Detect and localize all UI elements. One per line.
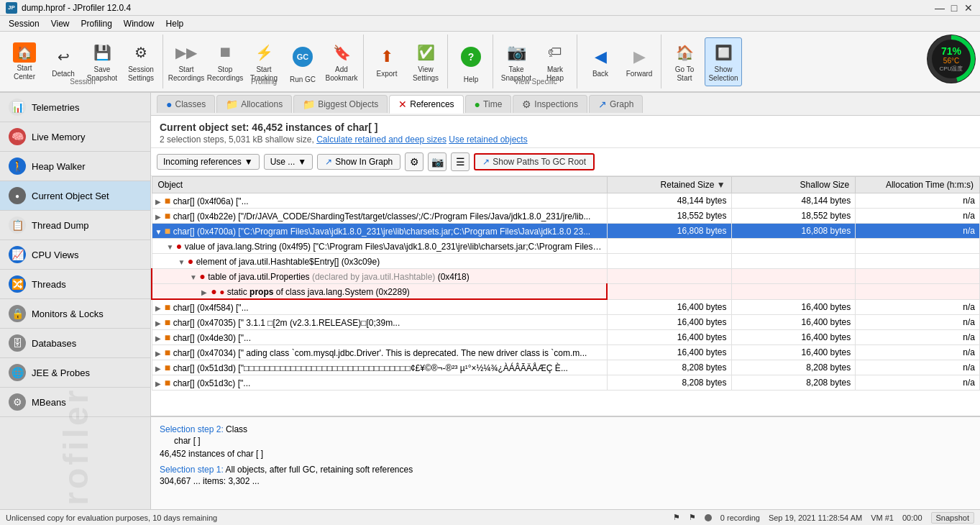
row-alloc: n/a bbox=[856, 375, 980, 391]
table-row[interactable]: ▼ ● table of java.util.Properties (decla… bbox=[152, 269, 980, 284]
minimize-button[interactable]: — bbox=[934, 2, 945, 14]
settings-icon-button[interactable]: ⚙ bbox=[405, 152, 423, 171]
tab-allocations[interactable]: 📁 Allocations bbox=[216, 95, 292, 113]
view-settings-icon: ✅ bbox=[414, 41, 437, 64]
start-center-button[interactable]: 🏠 StartCenter bbox=[6, 37, 43, 86]
menu-window[interactable]: Window bbox=[118, 17, 160, 30]
sidebar-item-databases[interactable]: 🗄 Databases bbox=[0, 329, 150, 358]
table-row[interactable]: ▼ ● value of java.lang.String (0x4f95) [… bbox=[152, 239, 980, 254]
sidebar-item-cpu-views[interactable]: 📈 CPU Views bbox=[0, 240, 150, 270]
filter-icon-button[interactable]: ☰ bbox=[451, 152, 470, 171]
expand-arrow[interactable]: ▶ bbox=[155, 319, 162, 327]
table-row[interactable]: ▼ ● element of java.util.Hashtable$Entry… bbox=[152, 254, 980, 269]
menu-help[interactable]: Help bbox=[160, 17, 190, 30]
status-flag2[interactable]: ⚑ bbox=[689, 513, 696, 522]
row-alloc: n/a bbox=[856, 299, 980, 315]
calculate-retained-link[interactable]: Calculate retained and deep sizes bbox=[316, 134, 447, 145]
menu-profiling[interactable]: Profiling bbox=[75, 17, 118, 30]
tab-time[interactable]: ● Time bbox=[465, 95, 512, 113]
expand-arrow[interactable]: ▶ bbox=[201, 288, 209, 296]
help-button[interactable]: ? Help bbox=[452, 37, 490, 86]
use-retained-link[interactable]: Use retained objects bbox=[449, 134, 527, 145]
expand-arrow[interactable]: ▶ bbox=[155, 304, 162, 312]
col-header-shallow[interactable]: Shallow Size bbox=[731, 177, 856, 193]
expand-arrow[interactable]: ▶ bbox=[155, 334, 162, 342]
table-row-selected[interactable]: ▼ ■ char[] (0x4700a) ["C:\Program Files\… bbox=[152, 224, 980, 239]
tab-references[interactable]: ✕ References bbox=[389, 95, 463, 114]
start-tracking-icon: ⚡ bbox=[252, 41, 275, 64]
expand-arrow[interactable]: ▼ bbox=[178, 258, 186, 266]
sidebar-item-jee-probes[interactable]: 🌐 JEE & Probes bbox=[0, 358, 150, 388]
references-tab-icon: ✕ bbox=[398, 99, 407, 110]
table-row[interactable]: ▶ ■ char[] (0x4de30) ["... 16,400 bytes … bbox=[152, 330, 980, 345]
maximize-button[interactable]: □ bbox=[948, 2, 960, 14]
step-2-count: 46,452 instances of char [ ] bbox=[160, 449, 971, 459]
add-bookmark-button[interactable]: 🔖 AddBookmark bbox=[323, 37, 360, 86]
view-settings-button[interactable]: ✅ ViewSettings bbox=[407, 37, 444, 86]
table-row[interactable]: ▶ ■ char[] (0x51d3d) ["□□□□□□□□□□□□□□□□□… bbox=[152, 360, 980, 375]
table-row[interactable]: ▶ ■ char[] (0x51d3c) ["... 8,208 bytes 8… bbox=[152, 375, 980, 391]
object-set-subtitle: 2 selection steps, 5,031 kB shallow size… bbox=[160, 134, 314, 145]
step-1-link[interactable]: Selection step 1: bbox=[160, 465, 224, 475]
row-retained bbox=[607, 284, 731, 300]
cpu-views-icon: 📈 bbox=[9, 246, 26, 263]
sidebar-item-threads[interactable]: 🔀 Threads bbox=[0, 270, 150, 299]
incoming-references-dropdown[interactable]: Incoming references ▼ bbox=[157, 154, 260, 170]
forward-button[interactable]: ▶ Forward bbox=[620, 37, 658, 86]
table-row[interactable]: ▶ ■ char[] (0x4b22e) ["/Dr/JAVA_CODE/Sha… bbox=[152, 209, 980, 224]
export-button[interactable]: ⬆ Export bbox=[368, 37, 406, 86]
step-2-link[interactable]: Selection step 2: bbox=[160, 424, 224, 434]
table-row[interactable]: ▶ ■ char[] (0x4f584) ["... 16,400 bytes … bbox=[152, 299, 980, 315]
start-recordings-button[interactable]: ▶▶ StartRecordings bbox=[168, 37, 205, 86]
session-settings-button[interactable]: ⚙ SessionSettings bbox=[122, 37, 160, 86]
tab-biggest-objects[interactable]: 📁 Biggest Objects bbox=[293, 95, 388, 113]
object-set-title: Current object set: 46,452 instances of … bbox=[160, 122, 971, 133]
table-row[interactable]: ▶ ■ char[] (0x4f06a) ["... 48,144 bytes … bbox=[152, 193, 980, 209]
camera-icon-button[interactable]: 📷 bbox=[428, 152, 447, 171]
sidebar-item-thread-dump[interactable]: 📋 Thread Dump bbox=[0, 211, 150, 240]
close-button[interactable]: ✕ bbox=[963, 2, 974, 14]
table-row[interactable]: ▶ ■ char[] (0x47035) [" 3.1.1 □[2m (v2.3… bbox=[152, 315, 980, 330]
col-shallow-label: Shallow Size bbox=[800, 180, 850, 190]
expand-arrow[interactable]: ▼ bbox=[155, 228, 162, 236]
run-gc-button[interactable]: GC Run GC bbox=[284, 37, 321, 86]
show-in-graph-button[interactable]: ↗ Show In Graph bbox=[317, 154, 400, 170]
stop-recordings-button[interactable]: ⏹ StopRecordings bbox=[206, 37, 244, 86]
menu-bar: Session View Profiling Window Help bbox=[0, 16, 980, 32]
sidebar-item-live-memory[interactable]: 🧠 Live Memory bbox=[0, 122, 150, 152]
sidebar-item-current-object-set[interactable]: ● Current Object Set bbox=[0, 181, 150, 211]
mark-heap-icon: 🏷 bbox=[544, 41, 567, 64]
tab-inspections[interactable]: ⚙ Inspections bbox=[513, 95, 587, 113]
go-to-start-button[interactable]: 🏠 Go ToStart bbox=[666, 37, 703, 86]
tab-graph[interactable]: ↗ Graph bbox=[589, 95, 643, 113]
status-flag1[interactable]: ⚑ bbox=[673, 513, 680, 522]
table-row[interactable]: ▶ ● ● static props of class java.lang.Sy… bbox=[152, 284, 980, 300]
sidebar-item-heap-walker[interactable]: 🚶 Heap Walker bbox=[0, 152, 150, 181]
expand-arrow[interactable]: ▼ bbox=[190, 273, 197, 281]
expand-arrow[interactable]: ▶ bbox=[155, 213, 162, 221]
sidebar-item-monitors-locks[interactable]: 🔒 Monitors & Locks bbox=[0, 299, 150, 329]
menu-view[interactable]: View bbox=[45, 17, 75, 30]
show-selection-button[interactable]: 🔲 ShowSelection bbox=[705, 37, 742, 86]
row-object: ▼ ● table of java.util.Properties (decla… bbox=[152, 269, 607, 284]
expand-arrow[interactable]: ▶ bbox=[155, 380, 162, 388]
row-object: ▼ ■ char[] (0x4700a) ["C:\Program Files\… bbox=[152, 224, 607, 239]
sidebar-item-telemetries[interactable]: 📊 Telemetries bbox=[0, 93, 150, 122]
show-in-graph-icon: ↗ bbox=[325, 157, 332, 167]
expand-arrow[interactable]: ▶ bbox=[155, 198, 162, 206]
col-header-object[interactable]: Object bbox=[152, 177, 607, 193]
table-row[interactable]: ▶ ■ char[] (0x47034) [" ading class `com… bbox=[152, 345, 980, 360]
col-header-alloc[interactable]: Allocation Time (h:m:s) bbox=[856, 177, 980, 193]
tab-classes[interactable]: ● Classes bbox=[157, 95, 215, 113]
expand-arrow[interactable]: ▼ bbox=[167, 243, 174, 251]
col-alloc-label: Allocation Time (h:m:s) bbox=[886, 180, 974, 190]
menu-session[interactable]: Session bbox=[3, 17, 45, 30]
view-settings-label: ViewSettings bbox=[413, 65, 439, 83]
col-header-retained[interactable]: Retained Size ▼ bbox=[607, 177, 731, 193]
expand-arrow[interactable]: ▶ bbox=[155, 350, 162, 357]
expand-arrow[interactable]: ▶ bbox=[155, 365, 162, 373]
show-paths-button[interactable]: ↗ Show Paths To GC Root bbox=[474, 153, 595, 170]
back-button[interactable]: ◀ Back bbox=[582, 37, 619, 86]
use-dropdown[interactable]: Use ... ▼ bbox=[264, 154, 313, 170]
row-object-text: element of java.util.Hashtable$Entry[] (… bbox=[196, 257, 380, 267]
